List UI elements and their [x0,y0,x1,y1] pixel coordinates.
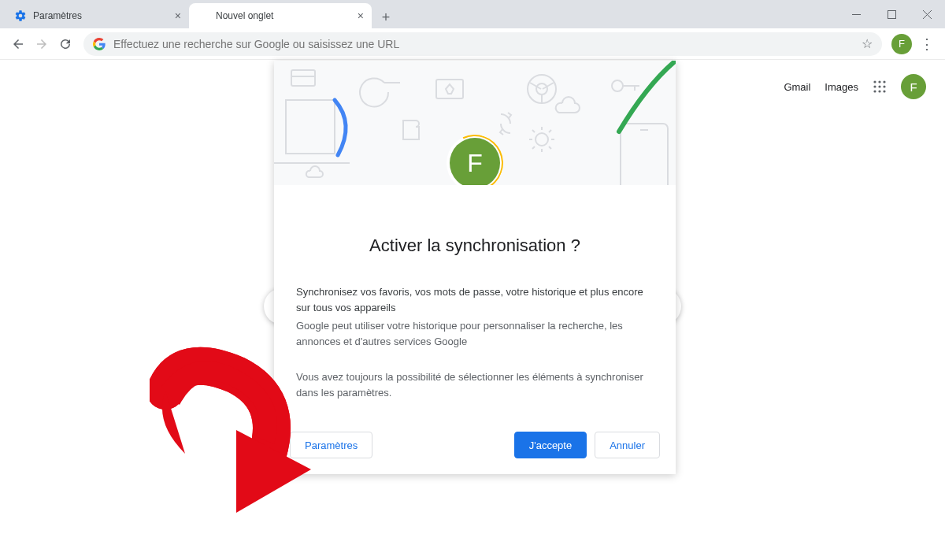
apps-grid-icon[interactable] [873,80,887,94]
svg-line-28 [549,146,551,149]
dialog-body: Activer la synchronisation ? Synchronise… [274,185,676,419]
cancel-button[interactable]: Annuler [595,432,660,458]
window-controls [839,0,945,28]
close-icon[interactable]: × [358,9,364,22]
svg-point-19 [612,80,623,91]
svg-point-7 [873,85,876,87]
dialog-avatar-wrap: F [447,135,503,185]
svg-point-8 [878,85,880,87]
svg-point-12 [883,90,885,92]
blank-favicon [197,9,209,22]
address-bar[interactable]: ☆ [83,32,882,56]
profile-avatar-ntp[interactable]: F [901,74,926,99]
svg-point-5 [878,80,880,83]
tab-parametres[interactable]: Paramètres × [6,3,189,28]
svg-rect-1 [888,10,896,18]
dialog-title: Activer la synchronisation ? [296,235,654,256]
toolbar: ☆ F ⋮ [0,28,945,60]
new-tab-button[interactable]: + [375,6,397,28]
google-g-icon [93,38,106,50]
omnibox-input[interactable] [113,38,862,50]
svg-line-27 [532,130,535,132]
chrome-menu-button[interactable]: ⋮ [915,32,939,56]
sync-activation-dialog: F Activer la synchronisation ? Synchroni… [274,61,676,474]
dialog-line-2: Google peut utiliser votre historique po… [296,318,654,349]
tab-strip: Paramètres × Nouvel onglet × + [0,0,945,28]
svg-rect-13 [291,70,315,86]
tab-nouvel-onglet[interactable]: Nouvel onglet × [189,3,372,28]
reload-button[interactable] [54,32,77,56]
svg-point-10 [873,90,876,92]
gmail-link[interactable]: Gmail [784,81,810,93]
svg-point-11 [878,90,880,92]
bookmark-star-icon[interactable]: ☆ [862,36,873,51]
svg-point-18 [536,83,547,95]
profile-avatar-small[interactable]: F [891,34,912,54]
maximize-button[interactable] [874,2,910,26]
settings-gear-icon [14,9,27,22]
svg-point-22 [536,133,548,146]
dialog-footer: Paramètres J'accepte Annuler [274,419,676,474]
svg-line-30 [532,146,535,149]
dialog-line-1: Synchronisez vos favoris, vos mots de pa… [296,284,654,315]
ntp-header: Gmail Images F [784,74,926,99]
dialog-hero: F [274,61,676,185]
svg-rect-31 [621,124,668,185]
dialog-line-3: Vous avez toujours la possibilité de sél… [296,369,654,400]
tab-title: Paramètres [33,10,82,21]
tab-title: Nouvel onglet [216,10,273,21]
accept-button[interactable]: J'accepte [514,432,587,458]
images-link[interactable]: Images [825,81,858,93]
svg-line-29 [549,130,551,132]
close-window-button[interactable] [910,2,945,26]
svg-rect-0 [852,14,861,15]
forward-button[interactable] [30,32,54,56]
back-button[interactable] [6,32,30,56]
svg-point-6 [883,80,885,83]
profile-avatar-large: F [450,138,500,185]
svg-point-4 [873,80,876,83]
svg-point-9 [883,85,885,87]
minimize-button[interactable] [839,2,874,26]
page-content: Gmail Images F [0,60,945,560]
svg-rect-16 [436,80,463,98]
close-icon[interactable]: × [175,9,181,22]
settings-button[interactable]: Paramètres [290,432,372,458]
